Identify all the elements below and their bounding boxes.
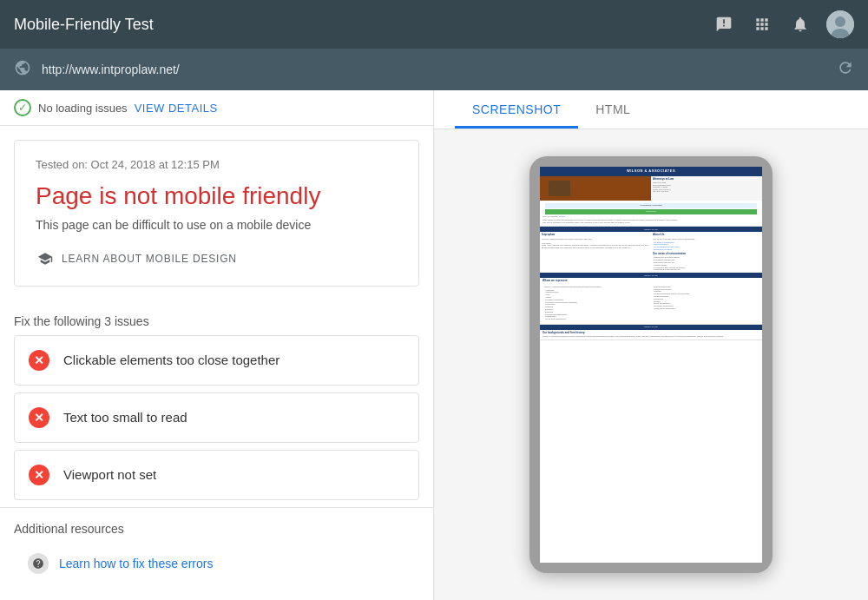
site-title-represent: Whom we represent bbox=[542, 280, 760, 283]
site-represent-list-left: · Advertising· Architecture firms· Artis… bbox=[544, 289, 649, 320]
apps-icon[interactable] bbox=[750, 12, 774, 36]
site-col-title-intproplaw: Intproplaw bbox=[542, 234, 649, 237]
result-description: This page can be difficult to use on a m… bbox=[36, 218, 398, 232]
left-panel: ✓ No loading issues VIEW DETAILS Tested … bbox=[0, 90, 434, 600]
tab-screenshot[interactable]: SCREENSHOT bbox=[455, 90, 578, 129]
site-represent-right: · Medical professionals· Printers and pu… bbox=[651, 284, 760, 322]
issue-item-1[interactable]: ✕ Clickable elements too close together bbox=[14, 335, 419, 386]
globe-icon bbox=[14, 59, 31, 81]
firm-address: NEW LOCATION22813 Westwood DrivePlainfie… bbox=[653, 181, 760, 192]
view-details-link[interactable]: VIEW DETAILS bbox=[135, 102, 218, 115]
site-col-title-aboutus: About Us bbox=[653, 234, 760, 237]
site-section-text-1: From our newsletter: archives bbox=[542, 215, 760, 218]
site-section-competitive: Competitive Advantage Newsletter From ou… bbox=[540, 201, 762, 227]
site-section-represent: Whom we represent Wilson & Associates re… bbox=[540, 278, 762, 325]
result-card: Tested on: Oct 24, 2018 at 12:15 PM Page… bbox=[14, 140, 419, 287]
user-avatar[interactable] bbox=[826, 10, 854, 38]
status-bar: ✓ No loading issues VIEW DETAILS bbox=[0, 90, 433, 126]
issue-text-1: Clickable elements too close together bbox=[63, 353, 279, 367]
firm-name-preview: Attorneys at Law bbox=[653, 178, 760, 181]
issue-text-2: Text too small to read bbox=[63, 410, 187, 425]
status-check-icon: ✓ bbox=[14, 99, 31, 116]
url-bar bbox=[0, 49, 868, 90]
site-col-text-aboutus: Click on any of the links below to learn… bbox=[653, 238, 760, 241]
feedback-icon[interactable] bbox=[712, 12, 736, 36]
issue-item-3[interactable]: ✕ Viewport not set bbox=[14, 450, 419, 500]
notifications-icon[interactable] bbox=[788, 12, 812, 36]
site-image-row: Attorneys at Law NEW LOCATION22813 Westw… bbox=[540, 176, 762, 201]
site-backgrounds-text: Wilson & Associates has gained a busines… bbox=[542, 335, 760, 338]
site-two-col: Intproplaw Read our Intellectual propert… bbox=[540, 232, 762, 273]
result-title: Page is not mobile friendly bbox=[36, 181, 398, 211]
screenshot-area: WILSON & ASSOCIATES Attorneys at Law NEW… bbox=[434, 129, 868, 600]
additional-item-1[interactable]: Learn how to fix these errors bbox=[14, 543, 419, 584]
header-icons bbox=[712, 10, 854, 38]
additional-item-text-1[interactable]: Learn how to fix these errors bbox=[59, 557, 213, 570]
website-preview: WILSON & ASSOCIATES Attorneys at Law NEW… bbox=[540, 167, 762, 563]
learn-link[interactable]: LEARN ABOUT MOBILE DESIGN bbox=[36, 249, 398, 268]
site-col-right: About Us Click on any of the links below… bbox=[651, 232, 762, 273]
issue-error-icon-1: ✕ bbox=[29, 350, 49, 371]
refresh-icon[interactable] bbox=[837, 59, 854, 81]
site-represent-text-left: Wilson & Associates represents both indi… bbox=[544, 286, 649, 288]
issue-item-2[interactable]: ✕ Text too small to read bbox=[14, 392, 419, 443]
site-section-text-2: Trouts across the nation are putting bac… bbox=[542, 219, 760, 221]
site-col-title-concentration: Our areas of concentration bbox=[653, 253, 760, 256]
phone-mockup: WILSON & ASSOCIATES Attorneys at Law NEW… bbox=[529, 156, 773, 573]
site-col-links: · Our areas of concentration · What we r… bbox=[653, 241, 760, 251]
tab-html[interactable]: HTML bbox=[578, 90, 648, 129]
tested-on: Tested on: Oct 24, 2018 at 12:15 PM bbox=[36, 158, 398, 171]
site-title-backgrounds: Our backgrounds and firm history: bbox=[542, 332, 760, 335]
main-container: ✓ No loading issues VIEW DETAILS Tested … bbox=[0, 90, 868, 600]
app-title: Mobile-Friendly Test bbox=[14, 16, 698, 34]
site-col-text-intproplaw: Read our Intellectual property law artic… bbox=[542, 238, 649, 241]
site-represent-list-right: · Medical professionals· Printers and pu… bbox=[653, 286, 758, 310]
tabs-bar: SCREENSHOT HTML bbox=[434, 90, 868, 129]
site-highlight-competitive: Competitive Advantage bbox=[545, 203, 757, 208]
url-input[interactable] bbox=[42, 63, 826, 76]
site-highlight-newsletter: Newsletter bbox=[545, 209, 757, 214]
learn-link-text: LEARN ABOUT MOBILE DESIGN bbox=[62, 253, 237, 265]
site-col-text-concentration: · Students and real estate disputes · Co… bbox=[653, 256, 760, 271]
right-panel: SCREENSHOT HTML WILSON & ASSOCIATES Atto… bbox=[434, 90, 868, 600]
issue-text-3: Viewport not set bbox=[63, 467, 156, 482]
additional-resources-header: Additional resources bbox=[0, 507, 433, 543]
site-img-left bbox=[540, 176, 651, 201]
site-section-text-3: Click here to subscribe to our newslette… bbox=[542, 221, 760, 224]
phone-screen: WILSON & ASSOCIATES Attorneys at Law NEW… bbox=[540, 167, 762, 563]
issue-error-icon-2: ✕ bbox=[29, 407, 49, 428]
additional-item-icon-1 bbox=[28, 553, 49, 574]
site-section-backgrounds: Our backgrounds and firm history: Wilson… bbox=[540, 330, 762, 340]
site-col-left: Intproplaw Read our Intellectual propert… bbox=[540, 232, 651, 273]
svg-point-1 bbox=[835, 16, 845, 27]
app-header: Mobile-Friendly Test bbox=[0, 0, 868, 49]
site-col-text-history: In its history...When Arthur Anderson an… bbox=[542, 242, 649, 249]
graduation-icon bbox=[36, 249, 55, 268]
site-represent-cols: Wilson & Associates represents both indi… bbox=[542, 284, 760, 322]
issues-header: Fix the following 3 issues bbox=[0, 300, 433, 335]
site-represent-left: Wilson & Associates represents both indi… bbox=[542, 284, 651, 322]
site-img-right: Attorneys at Law NEW LOCATION22813 Westw… bbox=[651, 176, 762, 201]
issue-error-icon-3: ✕ bbox=[29, 465, 49, 485]
site-header-band: WILSON & ASSOCIATES bbox=[540, 167, 762, 176]
status-text: No loading issues bbox=[38, 102, 128, 115]
